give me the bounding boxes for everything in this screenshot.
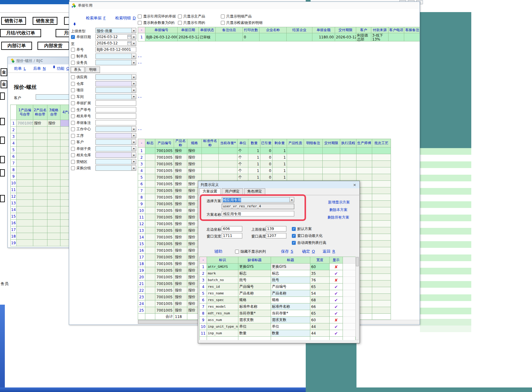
column-row[interactable]: 5res_name产品名称产品名称54✔	[200, 290, 356, 297]
select-scheme-combo[interactable]: 维应用专用 ▼	[222, 197, 294, 202]
table-row[interactable]: 37001005报价报价个101	[138, 161, 391, 167]
expand-down-icon[interactable]	[73, 24, 76, 27]
tab-detail[interactable]: 明细	[85, 66, 100, 73]
menu-item[interactable]: 后单 N	[33, 66, 46, 71]
column-row[interactable]: 8edt_res_num当前存量*当前存量*65✔	[200, 310, 356, 317]
salesman-combo[interactable]: ▼	[95, 60, 136, 65]
filter-checkbox[interactable]	[71, 166, 75, 170]
menu-item[interactable]: 前单 L	[14, 66, 26, 71]
table-row[interactable]: 16	[11, 220, 79, 226]
filter-input[interactable]	[95, 120, 136, 125]
cell[interactable]: 更换GYS	[271, 264, 310, 270]
window-width-input[interactable]: 1711	[222, 233, 242, 238]
column-row[interactable]: 7res_model标准件名称标准件名称66✔	[200, 303, 356, 310]
table-row[interactable]: 15	[11, 213, 79, 220]
visibility-mark[interactable]: ✘	[330, 264, 343, 270]
doc-no-input[interactable]: BJB-26-03-12-0001	[95, 47, 136, 52]
table-row[interactable]: 17001005报价报价	[11, 120, 79, 127]
cell[interactable]: 60	[310, 317, 330, 323]
visibility-mark[interactable]: ✘	[330, 277, 343, 283]
calendar-icon[interactable]	[127, 35, 131, 39]
chevron-down-icon[interactable]: ▼	[131, 75, 136, 79]
table-row[interactable]: 12	[11, 193, 79, 200]
visibility-mark[interactable]: ✔	[330, 303, 343, 310]
filter-combo-value[interactable]	[96, 166, 131, 170]
table-row[interactable]: 10	[11, 180, 79, 186]
search-documents-link[interactable]: 检索单据 F	[86, 15, 106, 21]
table-row[interactable]: 14	[11, 206, 79, 213]
close-icon[interactable]: ×	[352, 182, 357, 187]
salesman-more-button[interactable]: ..	[138, 60, 142, 64]
filter-combo[interactable]: ▼	[95, 159, 136, 164]
cell[interactable]: 标准件名称	[271, 303, 310, 310]
column-row[interactable]: 1attr_GHGYS更换GYS更换GYS60✘	[200, 264, 356, 270]
table-row[interactable]: 7	[11, 160, 79, 167]
chevron-down-icon[interactable]: ▼	[131, 166, 136, 170]
filter-combo[interactable]: ▼	[95, 74, 136, 80]
filter-combo[interactable]: ▼	[95, 139, 136, 145]
filter-combo[interactable]: ▼	[95, 165, 136, 171]
filter-checkbox[interactable]	[71, 88, 75, 92]
filter-combo-value[interactable]	[96, 153, 131, 157]
cell[interactable]: 54	[310, 290, 330, 297]
chevron-down-icon[interactable]: ▼	[131, 127, 136, 131]
cell[interactable]: 76	[310, 277, 330, 283]
dialog-option-checkbox[interactable]	[292, 227, 296, 231]
cell[interactable]: 产品名称	[271, 290, 310, 297]
filter-checkbox[interactable]	[71, 82, 75, 86]
table-row[interactable]: 8	[11, 167, 79, 173]
table-row[interactable]: 17001005报价报价个101	[138, 147, 391, 154]
nav-button[interactable]: 销售发货	[33, 17, 57, 25]
cell[interactable]: 产品编号	[271, 283, 310, 290]
tab-user-binding[interactable]: 用户绑定	[222, 188, 243, 194]
visibility-mark[interactable]: ✘	[330, 317, 343, 323]
dialog-option-checkbox[interactable]	[292, 234, 296, 238]
filter-combo[interactable]: ▼	[95, 126, 136, 132]
table-row[interactable]: 18	[11, 233, 79, 240]
menu-item[interactable]: 功能 O	[53, 66, 69, 71]
cell[interactable]: 44	[310, 323, 330, 330]
visibility-mark[interactable]: ✔	[330, 283, 343, 290]
dialog-vertical-scrollbar[interactable]	[356, 257, 359, 340]
toolbar-checkbox[interactable]	[221, 21, 225, 25]
chevron-down-icon[interactable]: ▼	[131, 88, 136, 92]
dialog-option-checkbox[interactable]	[292, 241, 296, 245]
chevron-down-icon[interactable]: ▼	[131, 94, 136, 99]
nav-button[interactable]: 销售订单	[1, 17, 26, 25]
maker-checkbox[interactable]	[71, 54, 75, 58]
filter-checkbox[interactable]	[71, 108, 75, 112]
filter-combo-value[interactable]	[96, 81, 131, 86]
chevron-down-icon[interactable]: ▼	[131, 159, 136, 164]
visibility-mark[interactable]: ✔	[330, 323, 343, 330]
cell[interactable]: 需求支数	[271, 317, 310, 323]
cell[interactable]: 单位	[271, 323, 310, 330]
visibility-mark[interactable]: ✔	[330, 310, 343, 317]
tab-scheme-settings[interactable]: 方案设置	[199, 188, 221, 194]
cell[interactable]: 60	[310, 264, 330, 270]
chevron-down-icon[interactable]: ▼	[131, 41, 136, 46]
cell[interactable]: 68	[310, 297, 330, 303]
filter-combo-value[interactable]	[96, 127, 131, 131]
table-row[interactable]: 17	[11, 226, 79, 233]
column-row[interactable]: 3batch_no批号批号76✘	[200, 277, 356, 283]
delete-scheme-link[interactable]: 删除本方案	[329, 207, 347, 212]
hide-columns-checkbox[interactable]	[235, 250, 239, 254]
parent-type-combo[interactable]: 报价-批量▼	[95, 28, 136, 33]
side-button[interactable]: 金	[1, 80, 7, 88]
date-to-value[interactable]: 2026-03-12	[96, 41, 127, 46]
filter-input[interactable]	[95, 100, 136, 106]
chevron-down-icon[interactable]: ▼	[131, 146, 136, 151]
visibility-mark[interactable]: ✔	[330, 290, 343, 297]
cell[interactable]: 当前存量*	[271, 310, 310, 317]
filter-checkbox[interactable]	[71, 140, 75, 144]
filter-combo-value[interactable]	[96, 159, 131, 164]
cell[interactable]: 66	[310, 303, 330, 310]
add-scheme-link[interactable]: 新增显示方案	[328, 200, 350, 205]
table-row[interactable]: 4	[11, 140, 79, 147]
table-row[interactable]: 1BJB-26-03-12-00012026-03-12已审核01180.002…	[138, 33, 420, 41]
table-row[interactable]: 9	[11, 173, 79, 180]
chevron-down-icon[interactable]: ▼	[131, 54, 136, 59]
toolbar-checkbox[interactable]	[178, 15, 182, 18]
tab-header[interactable]: 表头	[70, 66, 85, 73]
toolbar-checkbox[interactable]	[138, 15, 142, 18]
